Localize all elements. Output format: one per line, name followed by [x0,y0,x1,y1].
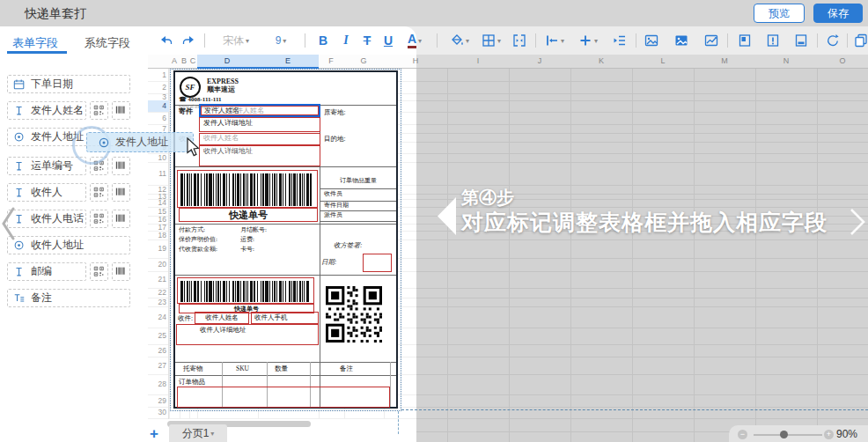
preview-button[interactable]: 预览 [754,4,805,23]
sidebar-item-发件人姓名[interactable]: 发件人姓名 [7,101,86,120]
field-qr-option-收件人[interactable] [90,183,108,202]
sidebar-item-收件人电话[interactable]: 收件人电话 [7,210,86,228]
row-header-2[interactable]: 2 [148,83,166,92]
zoom-out-button[interactable]: − [738,430,747,439]
field-qr-option-收件人电话[interactable] [90,210,108,228]
row-header-30[interactable]: 30 [148,408,166,416]
date-field-box[interactable] [363,254,392,272]
selected-cell-sender-name[interactable]: 寄件人姓名 发件人姓名 [199,104,320,117]
row-header-1[interactable]: 1 [148,70,166,79]
indent-button[interactable] [609,26,630,55]
row-header-28[interactable]: 28 [148,379,166,388]
waybill1-label-box[interactable]: 快递单号 [179,208,318,222]
strikethrough-button[interactable]: T [357,26,377,55]
column-header-B[interactable]: B [181,56,187,65]
row-header-3[interactable]: 3 [148,92,166,101]
field-qr-option-邮编[interactable] [90,262,108,281]
sidebar-item-备注[interactable]: 备注 [7,289,130,307]
tab-form-fields[interactable]: 表单字段 [12,35,58,51]
row-header-10[interactable]: 10 [148,153,166,162]
recipient-name-field[interactable]: 收件人姓名 [195,312,249,324]
fill-color-button[interactable]: ▾ [445,26,474,55]
zoom-slider-handle[interactable] [780,431,788,438]
image-button[interactable] [641,26,662,55]
column-header-I[interactable]: I [477,56,480,65]
refresh-button[interactable] [822,26,843,55]
field-barcode-option-运单编号[interactable] [112,157,130,175]
field-barcode-option-邮编[interactable] [112,262,130,281]
font-color-button[interactable]: A▾ [400,26,430,55]
field-qr-option-发件人姓名[interactable] [90,101,108,120]
align-top-button[interactable] [734,26,755,55]
recipient-phone-field[interactable]: 收件人手机 [251,312,319,324]
redo-button[interactable] [179,26,198,55]
bold-button[interactable]: B [313,26,333,55]
column-header-N[interactable]: N [783,56,790,65]
column-header-A[interactable]: A [172,56,177,65]
collapse-sidebar-icon[interactable] [0,205,18,242]
row-header-21[interactable]: 21 [148,275,166,284]
italic-button[interactable]: I [336,26,356,55]
column-header-E[interactable]: E [285,56,291,65]
tab-system-fields[interactable]: 系统字段 [85,35,130,51]
column-header-G[interactable]: G [360,56,366,65]
column-header-F[interactable]: F [328,56,334,65]
row-header-24[interactable]: 24 [148,313,166,321]
merge-cells-button[interactable] [509,26,530,55]
font-size-select[interactable]: 9▾ [264,26,298,55]
sidebar-item-下单日期[interactable]: 下单日期 [7,75,130,93]
image-filled-button[interactable] [671,26,692,55]
order-items-field[interactable] [177,387,390,408]
field-barcode-option-收件人电话[interactable] [112,210,130,228]
save-button[interactable]: 保存 [813,4,863,23]
align-button[interactable]: ▾ [541,26,569,55]
row-header-4[interactable]: 4 [148,101,166,110]
column-header-J[interactable]: J [538,56,542,65]
image-chart-button[interactable] [701,26,722,55]
row-header-22[interactable]: 22 [148,288,166,297]
zoom-slider-track[interactable] [754,434,822,436]
field-barcode-option-发件人姓名[interactable] [112,101,130,120]
sender-address-field[interactable]: 发件人详细地址 [199,117,320,132]
column-header-L[interactable]: L [660,56,665,65]
row-header-6[interactable]: 6 [148,114,166,122]
overlay-prev-arrow-icon[interactable] [438,197,456,235]
overlay-next-arrow-icon[interactable] [848,207,867,237]
row-header-23[interactable]: 23 [148,298,166,306]
barcode1-box[interactable] [177,170,318,208]
row-header-18[interactable]: 18 [148,231,166,239]
align-middle-button[interactable] [762,26,783,55]
undo-button[interactable] [157,26,176,55]
align-bottom-button[interactable] [791,26,812,55]
borders-button[interactable]: ▾ [477,26,505,55]
recipient-top-address-box[interactable]: 收件人详细地址 [199,145,320,166]
row-header-11[interactable]: 11 [148,169,166,178]
row-header-29[interactable]: 29 [148,396,166,405]
field-barcode-option-收件人[interactable] [112,183,130,202]
recipient-address-field[interactable]: 收件人详细地址 [176,324,319,345]
insert-button[interactable]: ▾ [574,26,602,55]
page-tab[interactable]: 分页1 ▾ [169,424,227,442]
sidebar-item-运单编号[interactable]: 运单编号 [7,157,86,175]
row-header-25[interactable]: 25 [148,331,166,340]
row-header-27[interactable]: 27 [148,361,166,370]
copy-button[interactable] [850,26,868,55]
zoom-in-button[interactable]: + [824,430,834,439]
font-select[interactable]: 宋体▾ [211,26,261,55]
sidebar-item-邮编[interactable]: 邮编 [7,262,86,281]
row-header-14[interactable]: 14 [148,198,166,207]
recipient-top-name-box[interactable]: 收件人姓名 [199,133,320,145]
column-header-C[interactable]: C [190,56,196,65]
column-header-D[interactable]: D [224,56,231,65]
barcode2-box[interactable] [177,277,314,304]
column-header-O[interactable]: O [839,56,845,65]
row-header-19[interactable]: 19 [148,244,166,253]
sidebar-item-收件人地址[interactable]: 收件人地址 [7,236,130,254]
sidebar-item-收件人[interactable]: 收件人 [7,183,86,202]
row-header-26[interactable]: 26 [148,346,166,355]
add-page-button[interactable]: + [150,425,158,442]
row-header-20[interactable]: 20 [148,260,166,269]
underline-button[interactable]: U [379,26,398,55]
column-header-H[interactable]: H [413,56,419,65]
column-header-M[interactable]: M [721,56,728,65]
